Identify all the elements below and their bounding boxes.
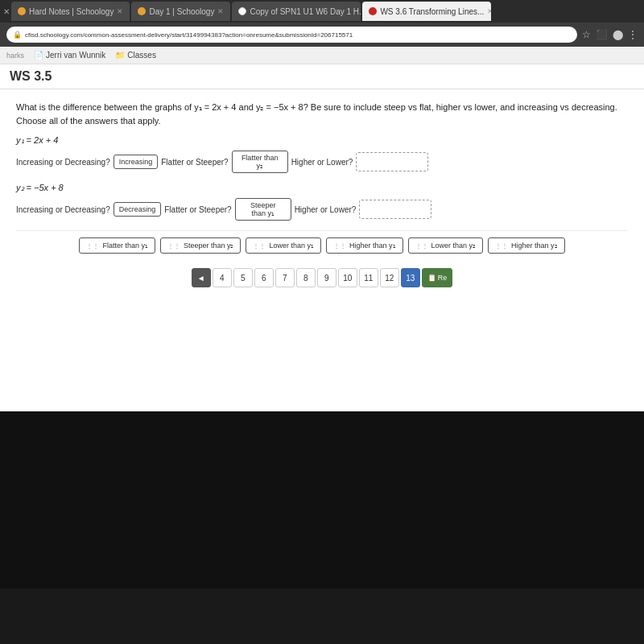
drag-option-1[interactable]: Steeper than y₂ [160,237,242,254]
tab-bar: ✕ Hard Notes | Schoology ✕ Day 1 | Schoo… [0,0,644,23]
page-8[interactable]: 8 [296,268,316,287]
page-10[interactable]: 10 [338,268,357,287]
page-13[interactable]: 13 [401,268,420,287]
y1-flatter-line1: Flatter than [237,154,283,162]
tab-icon-schoology [18,7,26,15]
lock-icon: 🔒 [13,31,22,39]
tab-label-ws36: WS 3.6 Transforming Lines... [380,7,484,16]
drag-option-3[interactable]: Higher than y₁ [326,237,403,254]
drag-option-5-label: Higher than y₂ [511,242,558,250]
y2-inc-dec-value: Decreasing [119,205,156,213]
address-bar-row: 🔒 cfisd.schoology.com/common-assessment-… [0,23,644,47]
review-btn[interactable]: 📋 Re [422,268,453,287]
drag-option-2-label: Lower than y₁ [269,242,314,250]
tab-ws36[interactable]: WS 3.6 Transforming Lines... ✕ [362,2,491,21]
tab-hard-notes[interactable]: Hard Notes | Schoology ✕ [11,2,130,21]
y2-inc-dec-box[interactable]: Decreasing [114,202,162,217]
y1-flatter-line2: y₂ [237,162,283,170]
tab-label-day1: Day 1 | Schoology [149,7,214,16]
tab-day1[interactable]: Day 1 | Schoology ✕ [131,2,230,21]
tab-icon-ws36 [369,7,377,15]
tab-icon-copy [238,7,246,15]
tab-close-ws36[interactable]: ✕ [487,7,491,15]
page-11[interactable]: 11 [359,268,378,287]
review-label: Re [438,274,448,282]
drag-option-4-label: Lower than y₂ [431,242,477,250]
y2-inc-dec-label: Increasing or Decreasing? [16,205,110,214]
browser-chrome: ✕ Hard Notes | Schoology ✕ Day 1 | Schoo… [0,0,644,64]
drag-option-5[interactable]: Higher than y₂ [488,237,565,254]
drag-option-3-label: Higher than y₁ [349,242,396,250]
page-9[interactable]: 9 [317,268,336,287]
tab-icon-day1 [138,7,146,15]
main-content: What is the difference between the graph… [0,89,644,411]
y1-higher-label: Higher or Lower? [291,158,353,167]
page-title-bar: WS 3.5 [0,64,644,89]
prev-icon: ◄ [197,274,205,283]
y2-answer-row: Increasing or Decreasing? Decreasing Fla… [16,198,628,221]
y2-higher-label: Higher or Lower? [295,205,357,214]
y1-inc-dec-label: Increasing or Decreasing? [16,158,110,167]
page-4[interactable]: 4 [213,268,232,287]
drag-option-2[interactable]: Lower than y₁ [246,237,321,254]
tab-close-hard-notes[interactable]: ✕ [117,7,123,15]
page-title: WS 3.5 [10,69,52,83]
y2-steeper-box[interactable]: Steeper than y₁ [235,198,291,221]
bookmark-label-jerri: Jerri van Wunnik [46,51,105,60]
y1-section: y₁ = 2x + 4 Increasing or Decreasing? In… [16,135,628,173]
menu-icon[interactable]: ⋮ [628,29,638,40]
y1-flatter-box[interactable]: Flatter than y₂ [232,151,288,173]
pagination: ◄ 4 5 6 7 8 9 10 11 12 13 📋 Re [16,268,628,294]
bookmark-jerri[interactable]: 📄 Jerri van Wunnik [34,51,105,60]
drag-option-0-label: Flatter than y₁ [102,242,148,250]
y2-section: y₂ = −5x + 8 Increasing or Decreasing? D… [16,183,628,221]
question-text: What is the difference between the graph… [16,101,628,127]
y1-higher-box[interactable] [356,152,428,171]
bookmark-label-classes: Classes [127,51,156,60]
back-label: harks [6,52,24,60]
bookmarks-bar: harks 📄 Jerri van Wunnik 📁 Classes [0,47,644,64]
pagination-prev[interactable]: ◄ [192,268,211,287]
star-icon[interactable]: ☆ [582,29,591,40]
page-12[interactable]: 12 [380,268,399,287]
page-5[interactable]: 5 [233,268,253,287]
review-icon: 📋 [427,274,436,282]
drag-option-1-label: Steeper than y₂ [184,242,234,250]
address-bar[interactable]: 🔒 cfisd.schoology.com/common-assessment-… [6,27,577,43]
drag-options-bar: Flatter than y₁ Steeper than y₂ Lower th… [16,230,628,260]
page-6[interactable]: 6 [254,268,274,287]
tab-label: Hard Notes | Schoology [29,7,114,16]
bookmark-classes[interactable]: 📁 Classes [115,51,156,60]
tab-copy-spn[interactable]: Copy of SPN1 U1 W6 Day 1 H... ✕ [232,2,361,21]
tab-close-x[interactable]: ✕ [3,7,10,16]
extensions-icon[interactable]: ⬛ [596,29,608,40]
tab-label-copy: Copy of SPN1 U1 W6 Day 1 H... [250,7,361,16]
tab-close-day1[interactable]: ✕ [217,7,224,15]
drag-option-0[interactable]: Flatter than y₁ [79,237,155,254]
y1-inc-dec-box[interactable]: Increasing [114,155,159,169]
y2-steeper-line2: than y₁ [241,209,286,217]
y1-flatter-label: Flatter or Steeper? [161,158,228,167]
y2-higher-box[interactable] [359,200,431,219]
drag-option-4[interactable]: Lower than y₂ [408,237,484,254]
y2-steeper-line1: Steeper [241,201,286,209]
bookmark-icon-classes: 📁 [115,51,125,60]
y2-label: y₂ = −5x + 8 [16,183,628,193]
monitor-bottom [0,411,644,588]
y1-inc-dec-value: Increasing [119,158,153,166]
y1-answer-row: Increasing or Decreasing? Increasing Fla… [16,151,628,173]
y2-flatter-label: Flatter or Steeper? [164,205,231,214]
page-7[interactable]: 7 [275,268,295,287]
bookmark-icon-jerri: 📄 [34,51,43,60]
profile-icon[interactable]: ⬤ [613,29,623,40]
url-text: cfisd.schoology.com/common-assessment-de… [25,31,353,39]
y1-label: y₁ = 2x + 4 [16,135,628,146]
